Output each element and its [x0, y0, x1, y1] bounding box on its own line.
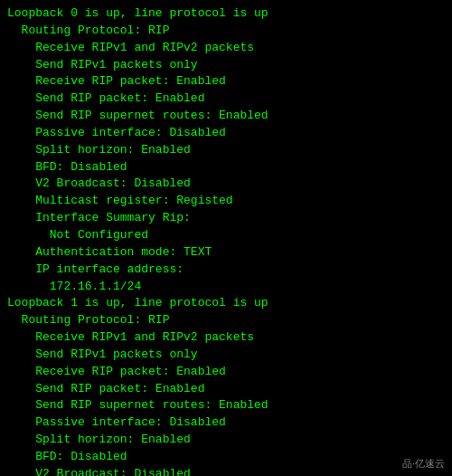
- terminal-line: V2 Broadcast: Disabled: [7, 176, 445, 193]
- terminal-line: Receive RIPv1 and RIPv2 packets: [7, 40, 445, 57]
- terminal-line: Passive interface: Disabled: [7, 414, 445, 432]
- terminal-line: V2 Broadcast: Disabled: [7, 466, 445, 476]
- terminal-line: Send RIPv1 packets only: [7, 347, 445, 364]
- terminal-line: Receive RIP packet: Enabled: [7, 364, 445, 381]
- terminal-line: Send RIP supernet routes: Enabled: [7, 397, 445, 414]
- terminal-line: 172.16.1.1/24: [7, 279, 445, 296]
- terminal-line: Send RIP packet: Enabled: [7, 90, 445, 108]
- terminal-line: Loopback 0 is up, line protocol is up: [7, 5, 445, 23]
- terminal-line: BFD: Disabled: [7, 449, 445, 466]
- terminal-line: Interface Summary Rip:: [7, 210, 445, 227]
- terminal-line: Receive RIP packet: Enabled: [7, 73, 445, 90]
- terminal-window: Loopback 0 is up, line protocol is up Ro…: [0, 0, 452, 476]
- terminal-line: Loopback 1 is up, line protocol is up: [7, 295, 445, 312]
- terminal-line: Split horizon: Enabled: [7, 142, 445, 159]
- terminal-line: Send RIPv1 packets only: [7, 57, 445, 74]
- terminal-line: Send RIP packet: Enabled: [7, 381, 445, 398]
- terminal-line: Passive interface: Disabled: [7, 125, 445, 142]
- terminal-line: IP interface address:: [7, 262, 445, 279]
- terminal-line: Split horizon: Enabled: [7, 432, 445, 449]
- terminal-line: Routing Protocol: RIP: [7, 23, 445, 40]
- watermark-label: 品·亿速云: [402, 457, 445, 471]
- terminal-line: Authentication mode: TEXT: [7, 244, 445, 262]
- terminal-line: Receive RIPv1 and RIPv2 packets: [7, 329, 445, 347]
- terminal-output: Loopback 0 is up, line protocol is up Ro…: [7, 5, 445, 476]
- terminal-line: Routing Protocol: RIP: [7, 312, 445, 329]
- terminal-line: Not Configured: [7, 227, 445, 244]
- terminal-line: Multicast register: Registed: [7, 193, 445, 210]
- terminal-line: Send RIP supernet routes: Enabled: [7, 108, 445, 125]
- terminal-line: BFD: Disabled: [7, 159, 445, 176]
